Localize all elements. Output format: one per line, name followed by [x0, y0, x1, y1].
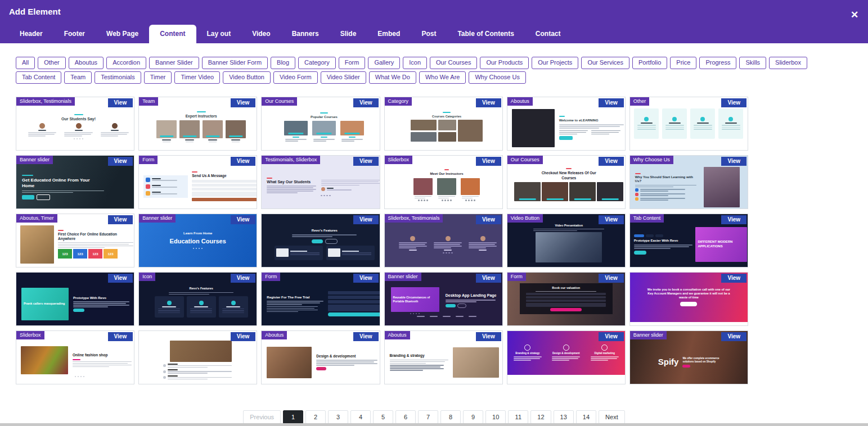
- filter-chip-our-projects[interactable]: Our Projects: [532, 57, 578, 69]
- pagination-page-12[interactable]: 12: [530, 410, 551, 424]
- filter-chip-aboutus[interactable]: Aboutus: [69, 57, 104, 69]
- view-button[interactable]: View: [231, 215, 256, 224]
- template-card[interactable]: Revo's FeaturesView: [261, 214, 380, 268]
- view-button[interactable]: View: [599, 98, 624, 107]
- view-button[interactable]: View: [108, 157, 133, 166]
- filter-chip-all[interactable]: All: [16, 57, 35, 69]
- view-button[interactable]: View: [476, 215, 501, 224]
- pagination-page-6[interactable]: 6: [395, 410, 416, 424]
- pagination-next[interactable]: Next: [599, 410, 625, 424]
- template-card[interactable]: Our Students Say!Sliderbox, Testimonials…: [16, 97, 134, 151]
- template-card[interactable]: Why You Should Start Learning with Us?Wh…: [629, 155, 748, 209]
- filter-chip-testimonials[interactable]: Testimonials: [95, 71, 141, 84]
- filter-chip-who-we-are[interactable]: Who We Are: [419, 71, 466, 84]
- pagination-page-9[interactable]: 9: [463, 410, 483, 424]
- filter-chip-price[interactable]: Price: [670, 57, 696, 69]
- tab-contact[interactable]: Contact: [525, 25, 572, 43]
- template-card[interactable]: Book our valuationFormView: [507, 272, 626, 326]
- view-button[interactable]: View: [476, 274, 501, 283]
- tab-embed[interactable]: Embed: [367, 25, 411, 43]
- view-button[interactable]: View: [721, 215, 746, 224]
- view-button[interactable]: View: [599, 157, 624, 166]
- view-button[interactable]: View: [721, 332, 746, 341]
- pagination-page-4[interactable]: 4: [350, 410, 371, 424]
- template-card[interactable]: Reusable Circumstances of Portable Bluet…: [384, 272, 503, 326]
- view-button[interactable]: View: [108, 332, 133, 341]
- view-button[interactable]: View: [231, 98, 256, 107]
- tab-table-of-contents[interactable]: Table of Contents: [447, 25, 524, 43]
- view-button[interactable]: View: [231, 157, 256, 166]
- close-icon[interactable]: ✕: [848, 8, 861, 21]
- filter-chip-banner-slider-form[interactable]: Banner Slider Form: [202, 57, 268, 69]
- template-card[interactable]: Welcome to eLEARNINGAboutusView: [507, 97, 626, 151]
- filter-chip-other[interactable]: Other: [38, 57, 66, 69]
- filter-chip-video-form[interactable]: Video Form: [273, 71, 318, 84]
- pagination-previous[interactable]: Previous: [243, 410, 281, 424]
- template-card[interactable]: Online fashion shopSliderboxView: [16, 330, 134, 384]
- filter-chip-progress[interactable]: Progress: [699, 57, 736, 69]
- tab-post[interactable]: Post: [411, 25, 447, 43]
- view-button[interactable]: View: [108, 215, 133, 224]
- filter-chip-video-slider[interactable]: Video Slider: [321, 71, 366, 84]
- template-card[interactable]: Send Us A MessageFormView: [138, 155, 257, 209]
- template-card[interactable]: Courses CategoriesCategoryView: [384, 97, 503, 151]
- template-card[interactable]: Sliderbox, TestimonialsView: [384, 214, 503, 268]
- template-card[interactable]: Register For The Free TrialFormView: [261, 272, 380, 326]
- filter-chip-form[interactable]: Form: [339, 57, 366, 69]
- view-button[interactable]: View: [353, 157, 379, 166]
- view-button[interactable]: View: [108, 274, 133, 283]
- tab-slide[interactable]: Slide: [330, 25, 367, 43]
- template-card[interactable]: Popular CoursesOur CoursesView: [261, 97, 380, 151]
- template-card[interactable]: Branding & strategyAboutusView: [384, 330, 503, 384]
- pagination-page-2[interactable]: 2: [305, 410, 326, 424]
- view-button[interactable]: View: [721, 157, 746, 166]
- tab-header[interactable]: Header: [9, 25, 53, 43]
- filter-chip-portfolio[interactable]: Portfolio: [632, 57, 667, 69]
- pagination-page-13[interactable]: 13: [554, 410, 574, 424]
- tab-banners[interactable]: Banners: [281, 25, 330, 43]
- template-card[interactable]: Expert InstructorsTeamView: [138, 97, 257, 151]
- filter-chip-timer-video[interactable]: Timer Video: [174, 71, 220, 84]
- tab-web-page[interactable]: Web Page: [96, 25, 149, 43]
- template-card[interactable]: Revo's FeaturesIconView: [138, 272, 257, 326]
- template-card[interactable]: What Say Our StudentsTestimonials, Slide…: [261, 155, 380, 209]
- filter-chip-why-choose-us[interactable]: Why Choose Us: [469, 71, 525, 84]
- filter-chip-accordion[interactable]: Accordion: [106, 57, 146, 69]
- pagination-page-5[interactable]: 5: [373, 410, 393, 424]
- view-button[interactable]: View: [476, 98, 501, 107]
- filter-chip-skills[interactable]: Skills: [739, 57, 766, 69]
- tab-content[interactable]: Content: [149, 25, 196, 43]
- template-card[interactable]: OtherView: [629, 97, 748, 151]
- filter-chip-what-we-do[interactable]: What We Do: [369, 71, 416, 84]
- pagination-page-14[interactable]: 14: [576, 410, 596, 424]
- filter-chip-timer[interactable]: Timer: [144, 71, 172, 84]
- filter-chip-banner-slider[interactable]: Banner Slider: [149, 57, 199, 69]
- view-button[interactable]: View: [599, 332, 624, 341]
- template-card[interactable]: Learn From HomeEducation CoursesBanner s…: [138, 214, 257, 268]
- filter-chip-our-courses[interactable]: Our Courses: [430, 57, 477, 69]
- view-button[interactable]: View: [476, 157, 501, 166]
- filter-chip-video-button[interactable]: Video Button: [223, 71, 271, 84]
- view-button[interactable]: View: [476, 332, 501, 341]
- filter-chip-blog[interactable]: Blog: [271, 57, 295, 69]
- tab-video[interactable]: Video: [241, 25, 281, 43]
- pagination-page-1[interactable]: 1: [283, 410, 303, 424]
- template-card[interactable]: Design & developmentAboutusView: [261, 330, 380, 384]
- view-button[interactable]: View: [353, 332, 379, 341]
- template-card[interactable]: We invite you to book a consultation cal…: [629, 272, 748, 326]
- template-card[interactable]: Meet Our InstructorsSliderboxView: [384, 155, 503, 209]
- tab-footer[interactable]: Footer: [53, 25, 96, 43]
- filter-chip-gallery[interactable]: Gallery: [368, 57, 400, 69]
- filter-chip-tab-content[interactable]: Tab Content: [16, 71, 61, 84]
- template-card[interactable]: Checkout New Releases Of Our CoursesOur …: [507, 155, 626, 209]
- template-card[interactable]: Video PresentationVideo ButtonView: [507, 214, 626, 268]
- filter-chip-icon[interactable]: Icon: [403, 57, 427, 69]
- template-card[interactable]: View: [138, 330, 257, 384]
- pagination-page-8[interactable]: 8: [440, 410, 461, 424]
- pagination-page-7[interactable]: 7: [418, 410, 438, 424]
- view-button[interactable]: View: [353, 98, 379, 107]
- pagination-page-3[interactable]: 3: [328, 410, 348, 424]
- filter-chip-our-services[interactable]: Our Services: [581, 57, 629, 69]
- template-card[interactable]: SpifyWe offer complete ecommerce solutio…: [629, 330, 748, 384]
- template-card[interactable]: Prank callers masqueradingPrototype With…: [16, 272, 134, 326]
